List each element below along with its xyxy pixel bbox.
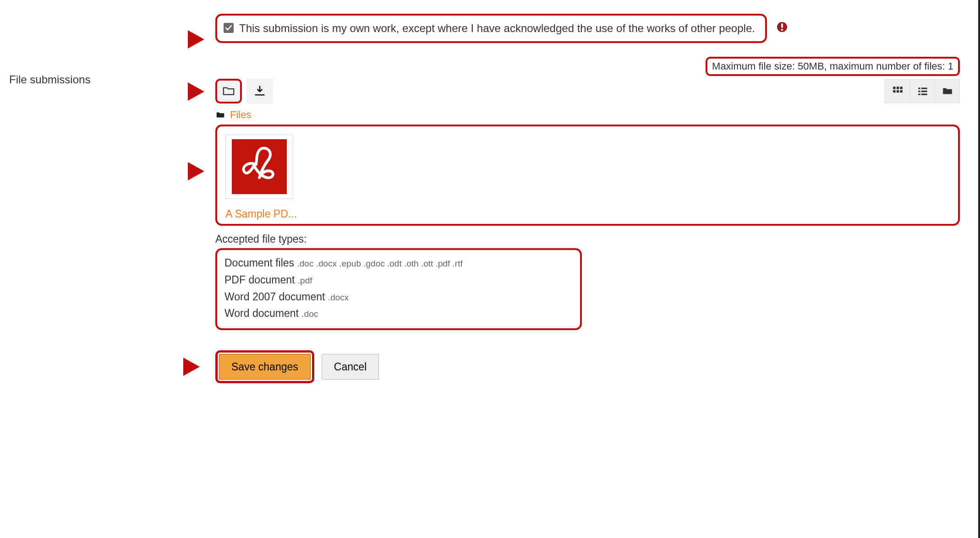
svg-rect-1 bbox=[781, 23, 783, 28]
svg-rect-7 bbox=[897, 90, 899, 92]
file-breadcrumb: Files bbox=[215, 109, 960, 121]
declaration-row: This submission is my own work, except w… bbox=[215, 14, 960, 43]
file-toolbar bbox=[215, 79, 960, 103]
svg-rect-6 bbox=[893, 90, 895, 92]
file-limits-text: Maximum file size: 50MB, maximum number … bbox=[706, 57, 960, 76]
annotation-arrow bbox=[188, 82, 204, 101]
accepted-type-ext: .docx bbox=[328, 293, 349, 302]
form-actions: Save changes Cancel bbox=[183, 350, 960, 383]
accepted-type-ext: .doc bbox=[301, 309, 318, 319]
accepted-type-name: Word 2007 document bbox=[224, 291, 325, 303]
svg-rect-12 bbox=[921, 91, 927, 92]
annotation-arrow bbox=[183, 358, 200, 376]
folder-solid-icon bbox=[215, 110, 225, 120]
svg-rect-8 bbox=[900, 90, 902, 92]
file-submissions-row: File submissions Maximum file size: 50MB… bbox=[9, 65, 960, 330]
accepted-type-row: Document files .doc .docx .epub .gdoc .o… bbox=[224, 255, 572, 272]
svg-rect-10 bbox=[921, 87, 927, 89]
file-thumbnail bbox=[225, 135, 293, 199]
svg-rect-5 bbox=[900, 87, 902, 89]
svg-point-2 bbox=[781, 29, 783, 31]
svg-rect-11 bbox=[918, 91, 920, 92]
accepted-type-row: Word document .doc bbox=[224, 305, 572, 322]
file-tile[interactable]: A Sample PD... bbox=[225, 135, 293, 220]
svg-rect-15 bbox=[232, 139, 287, 194]
download-icon bbox=[253, 85, 266, 98]
folder-icon bbox=[222, 84, 235, 98]
declaration-highlight: This submission is my own work, except w… bbox=[215, 14, 767, 43]
file-drop-area[interactable]: A Sample PD... bbox=[215, 125, 960, 226]
accepted-type-name: PDF document bbox=[224, 274, 295, 286]
accepted-type-name: Word document bbox=[224, 307, 299, 319]
accepted-type-row: PDF document .pdf bbox=[224, 272, 572, 288]
svg-rect-4 bbox=[897, 87, 899, 89]
assignment-submission-form: This submission is my own work, except w… bbox=[0, 0, 980, 538]
breadcrumb-files-link[interactable]: Files bbox=[230, 109, 251, 121]
svg-rect-13 bbox=[918, 93, 920, 95]
accepted-type-row: Word 2007 document .docx bbox=[224, 288, 572, 305]
svg-rect-3 bbox=[893, 87, 895, 89]
accepted-type-ext: .doc .docx .epub .gdoc .odt .oth .ott .p… bbox=[297, 259, 463, 268]
view-switcher bbox=[885, 79, 960, 103]
required-indicator-icon bbox=[776, 21, 788, 33]
declaration-checkbox[interactable] bbox=[224, 23, 234, 33]
folder-solid-icon bbox=[942, 85, 953, 97]
svg-rect-9 bbox=[918, 87, 920, 89]
view-list-button[interactable] bbox=[910, 80, 935, 103]
add-file-button[interactable] bbox=[215, 79, 242, 103]
file-manager: Maximum file size: 50MB, maximum number … bbox=[183, 65, 960, 330]
accepted-type-ext: .pdf bbox=[298, 276, 312, 285]
annotation-arrow bbox=[188, 30, 204, 49]
list-icon bbox=[917, 85, 929, 97]
pdf-icon bbox=[232, 139, 287, 194]
annotation-arrow bbox=[188, 162, 204, 180]
view-grid-button[interactable] bbox=[885, 80, 910, 103]
accepted-types-label: Accepted file types: bbox=[215, 233, 960, 245]
accepted-type-name: Document files bbox=[224, 257, 294, 269]
grid-icon bbox=[892, 85, 903, 97]
file-name: A Sample PD... bbox=[225, 208, 299, 220]
save-highlight: Save changes bbox=[215, 350, 314, 383]
svg-rect-14 bbox=[921, 93, 927, 95]
accepted-types-box: Document files .doc .docx .epub .gdoc .o… bbox=[215, 248, 582, 330]
view-tree-button[interactable] bbox=[935, 80, 959, 103]
save-button[interactable]: Save changes bbox=[219, 354, 311, 380]
cancel-button[interactable]: Cancel bbox=[322, 354, 379, 380]
file-submissions-label: File submissions bbox=[9, 73, 183, 86]
download-button[interactable] bbox=[246, 79, 273, 103]
declaration-text: This submission is my own work, except w… bbox=[239, 20, 755, 37]
